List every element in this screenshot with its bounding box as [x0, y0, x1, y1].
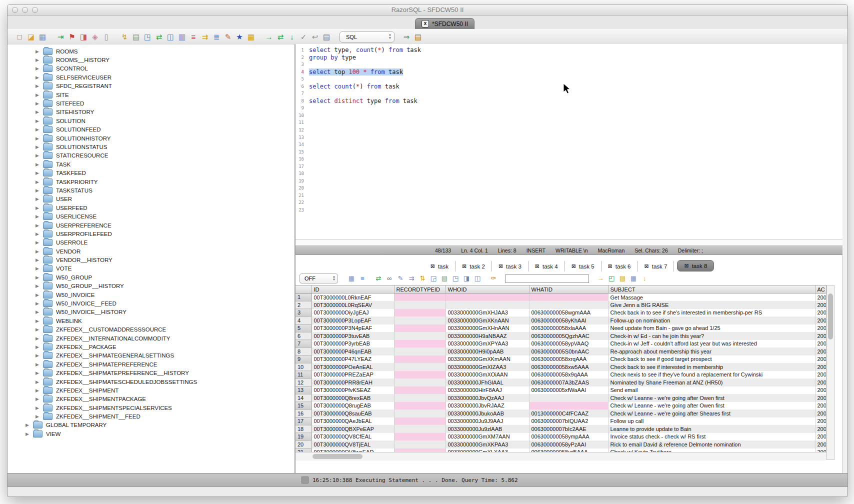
row-number[interactable]: 9 [296, 356, 312, 364]
tree-item-userlicense[interactable]: ▶USERLICENSE [8, 212, 294, 220]
table-cell[interactable]: 200 [815, 340, 826, 348]
code-line[interactable]: select count(*) from task [309, 83, 842, 90]
expand-arrow-icon[interactable]: ▶ [36, 136, 43, 141]
table-cell[interactable] [394, 433, 446, 441]
table-cell[interactable] [394, 348, 446, 356]
tree-item-w50_invoice[interactable]: ▶W50_INVOICE [8, 290, 294, 299]
code-line[interactable]: select distinct type from task [309, 98, 842, 105]
row-number[interactable]: 8 [296, 348, 312, 356]
expand-arrow-icon[interactable]: ▶ [36, 344, 43, 350]
code-line[interactable] [309, 126, 842, 134]
expand-arrow-icon[interactable]: ▶ [36, 49, 43, 54]
expand-arrow-icon[interactable]: ▶ [36, 301, 43, 306]
column-header-subject[interactable]: SUBJECT [608, 286, 815, 294]
table-cell[interactable] [394, 394, 446, 402]
table-cell[interactable]: Invoice status check - check w/ RS first [608, 433, 815, 441]
result-tab-task-8[interactable]: ⊠task 8 [677, 260, 714, 272]
table-cell[interactable] [446, 294, 529, 302]
table-cell[interactable]: Nominated by Shane Freeman at ANZ (HR50) [608, 378, 815, 386]
column-header-whoid[interactable]: WHOID [446, 286, 529, 294]
expand-arrow-icon[interactable]: ▶ [36, 396, 43, 402]
table-cell[interactable]: 0033000000H9i0pAAB [446, 348, 529, 356]
row-number[interactable]: 2 [296, 301, 312, 309]
result-tab-task-4[interactable]: ⊠task 4 [528, 261, 565, 272]
table-cell[interactable]: 0033000000GmXM7AAN [446, 433, 529, 441]
fetch-more-icon[interactable]: ↓ [640, 274, 649, 283]
row-number[interactable]: 13 [296, 386, 312, 394]
expand-arrow-icon[interactable]: ▶ [36, 153, 43, 158]
tree-item-taskfeed[interactable]: ▶TASKFEED [8, 168, 294, 177]
view-text-icon[interactable]: ▤ [322, 32, 332, 42]
close-result-tab-icon[interactable]: ⊠ [572, 263, 576, 270]
table-cell[interactable]: 0033000000GmXHJAA3 [446, 309, 529, 317]
table-cell[interactable]: 00630000007bIQUAA2 [529, 418, 608, 426]
table-cell[interactable]: 00T3000000L0RqSEAV [312, 301, 394, 309]
table-cell[interactable]: Check w/ Leanne - we're going after Shea… [608, 410, 815, 418]
reference-book-icon[interactable]: ▥ [177, 32, 187, 42]
expand-arrow-icon[interactable]: ▶ [36, 162, 43, 167]
table-cell[interactable]: 0033000000GmXHnAAN [446, 324, 529, 332]
describe-form-icon[interactable]: ▤ [131, 32, 141, 42]
row-number[interactable]: 20 [296, 440, 312, 448]
commit-icon[interactable]: ✓ [298, 32, 308, 42]
expand-arrow-icon[interactable]: ▶ [36, 232, 43, 236]
expand-arrow-icon[interactable]: ▶ [36, 170, 43, 176]
expand-arrow-icon[interactable]: ▶ [36, 388, 43, 393]
tree-item-task[interactable]: ▶TASK [8, 160, 294, 168]
table-cell[interactable] [529, 294, 608, 302]
table-cell[interactable]: 00T3000000P47LYEAZ [312, 356, 394, 364]
column-header-id[interactable]: ID [312, 286, 394, 294]
sort-toggle-icon[interactable]: ⇅ [418, 274, 427, 283]
table-horizontal-scrollbar[interactable] [296, 452, 826, 460]
table-cell[interactable]: 200 [815, 402, 826, 410]
tree-item-scontrol[interactable]: ▶SCONTROL [8, 64, 294, 73]
table-cell[interactable]: 0033000000GmXIZAA3 [446, 363, 529, 371]
expand-arrow-icon[interactable]: ▶ [36, 258, 43, 262]
document-tab[interactable]: x *SFDCW50 II [415, 18, 474, 29]
table-cell[interactable] [394, 410, 446, 418]
result-tab-task-6[interactable]: ⊠task 6 [602, 261, 638, 272]
table-cell[interactable]: 006300000058xrqAAA [529, 356, 608, 364]
expand-arrow-icon[interactable]: ▶ [36, 75, 43, 80]
table-cell[interactable] [394, 324, 446, 332]
table-cell[interactable]: 006300000058ympAAA [529, 433, 608, 441]
code-line[interactable]: group by type [309, 54, 842, 62]
tree-item-zkfedex__shipmatescheduledjobssettings[interactable]: ▶ZKFEDEX__SHIPMATESCHEDULEDJOBSSETTINGS [8, 378, 294, 386]
import-results-icon[interactable]: ◰ [607, 274, 616, 283]
table-cell[interactable]: 00630000005S0bnAAC [529, 348, 608, 356]
new-note-icon[interactable]: ▤ [618, 274, 627, 283]
table-cell[interactable]: 00T3000000Q8rexEAB [312, 394, 394, 402]
table-cell[interactable]: 0013000000C4fFCAAZ [529, 410, 608, 418]
table-cell[interactable]: 00T3000000QBXPeEAP [312, 425, 394, 433]
table-cell[interactable]: Leanne to provide update to Bain [608, 425, 815, 433]
tree-item-taskpriority[interactable]: ▶TASKPRIORITY [8, 178, 294, 186]
tree-item-userfeed[interactable]: ▶USERFEED [8, 204, 294, 212]
expand-arrow-icon[interactable]: ▶ [26, 432, 33, 436]
expand-arrow-icon[interactable]: ▶ [36, 275, 43, 280]
tree-item-rooms[interactable]: ▶ROOMS [8, 47, 294, 56]
tree-item-vote[interactable]: ▶VOTE [8, 264, 294, 273]
table-cell[interactable]: 0033000000Ju9zlAAB [446, 425, 529, 433]
tree-item-zkfedex__package[interactable]: ▶ZKFEDEX__PACKAGE [8, 342, 294, 351]
table-cell[interactable] [394, 356, 446, 364]
results-search-input[interactable] [505, 274, 589, 283]
fetch-icon[interactable]: ↓ [287, 32, 297, 42]
table-cell[interactable]: Check back in to see if she's interested… [608, 309, 815, 317]
result-tab-task[interactable]: ⊠task [424, 261, 456, 272]
tree-item-zkfedex__shipment[interactable]: ▶ZKFEDEX__SHIPMENT [8, 386, 294, 394]
expand-arrow-icon[interactable]: ▶ [36, 353, 43, 358]
table-cell[interactable]: 200 [815, 294, 826, 302]
expand-arrow-icon[interactable]: ▶ [36, 196, 43, 202]
table-cell[interactable]: Check back to see if good target prospec… [608, 356, 815, 364]
expand-arrow-icon[interactable]: ▶ [36, 58, 43, 62]
table-cell[interactable]: 00630000007A3bZAAS [529, 378, 608, 386]
expand-arrow-icon[interactable]: ▶ [36, 249, 43, 254]
expand-arrow-icon[interactable]: ▶ [36, 414, 43, 419]
table-cell[interactable]: 00T3000000P46qnEAB [312, 348, 394, 356]
expand-arrow-icon[interactable]: ▶ [36, 310, 43, 314]
code-line[interactable] [309, 61, 842, 68]
table-cell[interactable]: 0033000000GmXKmAAN [446, 356, 529, 364]
table-cell[interactable]: Follow up call [608, 418, 815, 426]
expand-arrow-icon[interactable]: ▶ [26, 422, 33, 428]
table-cell[interactable]: Check w/ Leanne - we're going after Owen… [608, 394, 815, 402]
